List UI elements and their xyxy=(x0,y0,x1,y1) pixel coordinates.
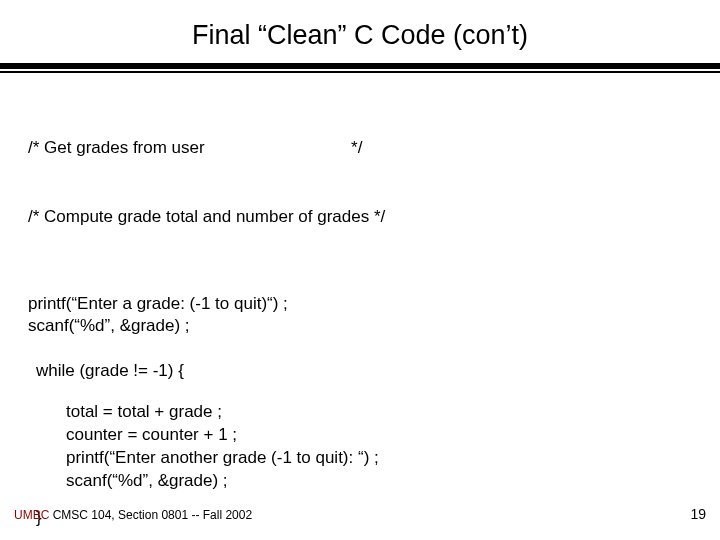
slide-title: Final “Clean” C Code (con’t) xyxy=(0,0,720,63)
code-total: total = total + grade ; xyxy=(66,401,692,424)
while-line: while (grade != -1) { xyxy=(28,360,692,383)
title-rule-thin xyxy=(0,71,720,73)
slide-content: /* Get grades from user */ /* Compute gr… xyxy=(0,91,720,530)
code-comment-2: /* Compute grade total and number of gra… xyxy=(28,206,692,229)
code-counter: counter = counter + 1 ; xyxy=(66,424,692,447)
loop-body: total = total + grade ; counter = counte… xyxy=(28,401,692,493)
page-number: 19 xyxy=(690,506,706,522)
io-block: printf(“Enter a grade: (-1 to quit)“) ; … xyxy=(28,293,692,339)
code-printf-1: printf(“Enter a grade: (-1 to quit)“) ; xyxy=(28,293,692,316)
footer-umbc: UMBC xyxy=(14,508,49,522)
code-printf-2: printf(“Enter another grade (-1 to quit)… xyxy=(66,447,692,470)
footer-left: UMBC CMSC 104, Section 0801 -- Fall 2002 xyxy=(14,508,252,522)
footer-course: CMSC 104, Section 0801 -- Fall 2002 xyxy=(49,508,252,522)
code-scanf-1: scanf(“%d”, &grade) ; xyxy=(28,315,692,338)
title-rule-thick xyxy=(0,63,720,69)
comment-block: /* Get grades from user */ /* Compute gr… xyxy=(28,91,692,275)
code-comment-1: /* Get grades from user */ xyxy=(28,137,692,160)
slide-footer: UMBC CMSC 104, Section 0801 -- Fall 2002… xyxy=(14,506,706,522)
code-scanf-2: scanf(“%d”, &grade) ; xyxy=(66,470,692,493)
